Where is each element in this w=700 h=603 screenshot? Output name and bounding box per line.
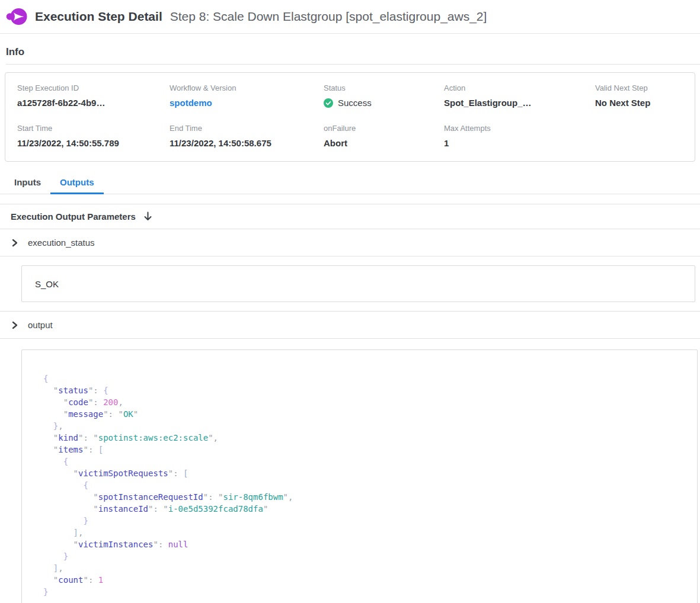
field-start-time: Start Time 11/23/2022, 14:50:55.789 [17, 124, 170, 148]
chevron-right-icon [11, 239, 18, 247]
field-label: End Time [170, 124, 324, 133]
download-arrow-icon[interactable] [143, 211, 152, 222]
section-title: Execution Output Parameters [11, 211, 136, 222]
field-max-attempts: Max Attempts 1 [444, 124, 595, 148]
field-end-time: End Time 11/23/2022, 14:50:58.675 [170, 124, 324, 148]
execution-status-value-box: S_OK [21, 265, 695, 302]
info-heading: Info [6, 46, 700, 58]
expander-label: execution_status [28, 238, 95, 248]
field-value: a125728f-6b22-4b9… [17, 98, 170, 108]
field-value: 11/23/2022, 14:50:58.675 [170, 138, 324, 148]
tab-inputs[interactable]: Inputs [5, 172, 50, 194]
field-value: Abort [324, 138, 444, 148]
output-json-box: { "status": { "code": 200, "message": "O… [21, 349, 698, 603]
success-check-icon [324, 98, 333, 108]
status-badge: Success [324, 98, 444, 108]
field-value: 11/23/2022, 14:50:55.789 [17, 138, 170, 148]
execution-status-expander[interactable]: execution_status [0, 229, 700, 256]
spot-logo-icon [6, 7, 27, 26]
field-onfailure: onFailure Abort [324, 124, 444, 148]
expander-label: output [28, 320, 53, 330]
field-label: Action [444, 84, 595, 92]
field-value: No Next Step [595, 98, 695, 108]
field-label: onFailure [324, 124, 444, 133]
output-json-code: { "status": { "code": 200, "message": "O… [43, 373, 697, 598]
chevron-right-icon [11, 321, 18, 329]
divider [0, 256, 700, 256]
field-label: Workflow & Version [170, 84, 324, 92]
field-valid-next-step: Valid Next Step No Next Step [595, 84, 695, 108]
field-label: Start Time [17, 124, 170, 133]
field-action: Action Spot_Elastigroup_… [444, 84, 595, 108]
divider [0, 338, 700, 339]
field-value: Spot_Elastigroup_… [444, 98, 595, 108]
output-expander[interactable]: output [0, 312, 700, 338]
info-heading-divider [6, 64, 700, 65]
field-label: Max Attempts [444, 124, 595, 133]
field-step-execution-id: Step Execution ID a125728f-6b22-4b9… [17, 84, 170, 108]
field-value: 1 [444, 138, 595, 148]
status-text: Success [338, 98, 372, 108]
page-subtitle: Step 8: Scale Down Elastgroup [spot_elas… [170, 9, 487, 24]
page-title: Execution Step Detail [35, 9, 162, 24]
tabs-bar: Inputs Outputs [0, 172, 700, 194]
field-label: Status [324, 84, 444, 92]
field-workflow-version: Workflow & Version spotdemo [170, 84, 324, 108]
field-label: Valid Next Step [595, 84, 695, 92]
workflow-link[interactable]: spotdemo [170, 98, 212, 108]
info-card: Step Execution ID a125728f-6b22-4b9… Wor… [5, 72, 695, 162]
field-status: Status Success [324, 84, 444, 108]
tab-outputs[interactable]: Outputs [50, 172, 104, 194]
field-label: Step Execution ID [17, 84, 170, 92]
header: Execution Step Detail Step 8: Scale Down… [0, 0, 700, 34]
execution-output-parameters-header: Execution Output Parameters [0, 204, 700, 229]
